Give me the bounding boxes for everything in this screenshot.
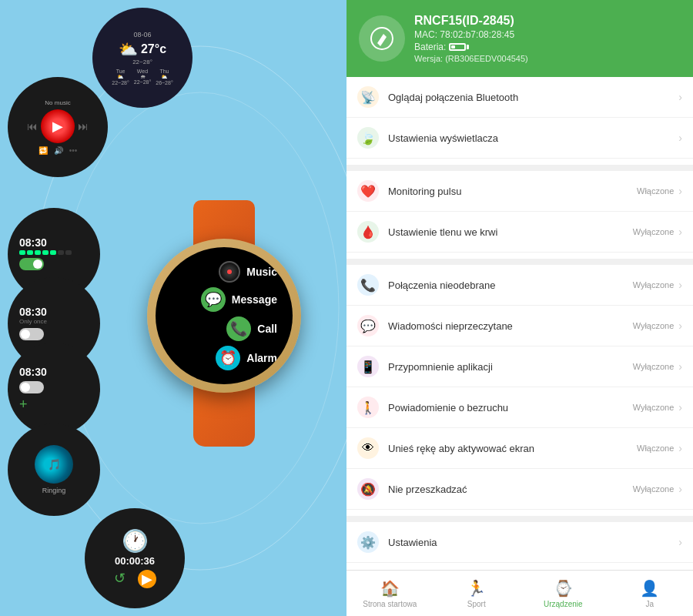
alarm-1-time: 08:30	[19, 236, 47, 249]
bluetooth-icon: 📡	[357, 86, 379, 108]
watch-face: Music 💬 Message 📞 Call ⏰ Alarm	[156, 247, 293, 384]
message-icon: 💬	[201, 287, 226, 312]
weather-temp: 27°c	[141, 42, 166, 56]
timer-circle: 🕐 00:00:36 ↺ ▶	[85, 508, 185, 608]
ringing-circle: 🎵 Ringing	[8, 424, 100, 516]
menu-item-dnd[interactable]: 🔕 Nie przeszkadzać Wyłączone ›	[346, 469, 693, 510]
calls-icon: 📞	[357, 274, 379, 296]
music-icon	[219, 261, 240, 283]
watch-container: Music 💬 Message 📞 Call ⏰ Alarm	[139, 200, 309, 416]
battery-icon	[449, 43, 469, 51]
oxygen-icon: 🩸	[357, 221, 379, 243]
right-panel: RNCF15(ID-2845) MAC: 78:02:b7:08:28:45 B…	[346, 0, 693, 616]
watch-menu-alarm: ⏰ Alarm	[216, 346, 277, 370]
alarm-3-toggle[interactable]	[19, 381, 44, 393]
nav-me-label: Ja	[645, 600, 654, 608]
wrist-status: Włączone	[637, 444, 674, 453]
menu-item-oxygen[interactable]: 🩸 Ustawienie tlenu we krwi Wyłączone ›	[346, 212, 693, 253]
settings-label: Ustawienia	[388, 537, 678, 548]
menu-item-sedentary[interactable]: 🚶 Powiadomienie o bezruchu Wyłączone ›	[346, 387, 693, 428]
display-label: Ustawienia wyświetlacza	[388, 132, 678, 144]
nav-device[interactable]: ⌚ Urządzenie	[520, 571, 607, 616]
app-label: Przypomnienie aplikacji	[388, 361, 633, 373]
dnd-label: Nie przeszkadzać	[388, 484, 633, 495]
watch-menu-call: 📞 Call	[226, 316, 277, 341]
nav-me[interactable]: 👤 Ja	[607, 571, 694, 616]
menu-item-display[interactable]: 🍃 Ustawienia wyświetlacza ›	[346, 118, 693, 159]
menu-item-pulse[interactable]: ❤️ Monitoring pulsu Włączone ›	[346, 171, 693, 212]
watch-message-label: Message	[232, 293, 277, 306]
wrist-icon: 👁	[357, 437, 379, 459]
calls-arrow: ›	[678, 279, 682, 291]
menu-item-raise-wrist[interactable]: 👁 Unieś rękę aby aktywować ekran Włączon…	[346, 428, 693, 469]
watch-call-label: Call	[257, 323, 277, 335]
bottom-nav: 🏠 Strona startowa 🏃 Sport ⌚ Urządzenie 👤…	[346, 570, 693, 616]
messages-icon: 💬	[357, 315, 379, 336]
weather-thu-range: 26~28°	[156, 80, 172, 85]
alarm-1-toggle[interactable]	[19, 258, 44, 270]
device-battery: Bateria:	[414, 42, 681, 52]
music-circle: No music ⏮ ▶ ⏭ 🔁 🔊 •••	[8, 77, 108, 177]
app-icon: 📱	[357, 356, 379, 377]
sedentary-status: Wyłączone	[633, 403, 675, 412]
sedentary-icon: 🚶	[357, 397, 379, 418]
weather-thu: Thu	[156, 69, 172, 74]
alarm-3-time: 08:30	[19, 366, 47, 378]
watch-alarm-label: Alarm	[246, 352, 277, 364]
menu-item-bluetooth[interactable]: 📡 Oglądaj połączenia Bluetooth ›	[346, 77, 693, 118]
pulse-icon: ❤️	[357, 180, 379, 202]
pulse-status: Włączone	[637, 186, 674, 196]
device-logo	[359, 15, 405, 62]
nav-home[interactable]: 🏠 Strona startowa	[346, 571, 434, 616]
timer-display: 00:00:36	[115, 555, 155, 567]
menu-item-missed-calls[interactable]: 📞 Połączenia nieodebrane Wyłączone ›	[346, 265, 693, 306]
pulse-label: Monitoring pulsu	[388, 186, 637, 197]
watch-menu-message: 💬 Message	[201, 287, 277, 312]
alarm-add-btn[interactable]: +	[19, 397, 28, 413]
menu-item-messages[interactable]: 💬 Wiadomości nieprzeczytane Wyłączone ›	[346, 306, 693, 346]
menu-section-notifications: 📡 Oglądaj połączenia Bluetooth › 🍃 Ustaw…	[346, 77, 693, 159]
watch-menu-music: Music	[219, 261, 277, 283]
alarm-2-toggle[interactable]	[19, 328, 44, 340]
dnd-icon: 🔕	[357, 478, 379, 500]
me-icon: 👤	[640, 579, 659, 598]
watch-strap-bottom	[193, 385, 255, 447]
nav-sport[interactable]: 🏃 Sport	[434, 571, 521, 616]
ringing-label: Ringing	[42, 487, 66, 494]
battery-label: Bateria:	[414, 42, 446, 52]
alarm-3: 08:30 +	[8, 343, 100, 435]
menu-item-settings[interactable]: ⚙️ Ustawienia ›	[346, 522, 693, 563]
calls-status: Wyłączone	[633, 280, 675, 290]
menu-item-update[interactable]: 🔄 Aktualizacja oprogramowania ›	[346, 563, 693, 570]
weather-wed: Wed	[134, 69, 151, 74]
oxygen-status: Wyłączone	[633, 227, 675, 236]
calls-label: Połączenia nieodebrane	[388, 280, 633, 291]
messages-status: Wyłączone	[633, 321, 675, 330]
weather-range: 22~28°	[132, 59, 152, 65]
timer-reset-btn[interactable]: ↺	[114, 570, 126, 588]
app-arrow: ›	[678, 360, 682, 373]
watch-music-label: Music	[246, 266, 277, 278]
nav-home-label: Strona startowa	[363, 600, 417, 608]
weather-date: 08-06	[133, 31, 151, 38]
sedentary-label: Powiadomienie o bezruchu	[388, 402, 633, 413]
messages-arrow: ›	[678, 320, 682, 332]
bluetooth-arrow: ›	[678, 91, 682, 103]
alarm-2-note: Only once	[19, 318, 47, 325]
messages-label: Wiadomości nieprzeczytane	[388, 320, 633, 332]
nav-device-label: Urządzenie	[544, 600, 583, 608]
settings-icon: ⚙️	[357, 531, 379, 553]
menu-section-alerts: 📞 Połączenia nieodebrane Wyłączone › 💬 W…	[346, 265, 693, 510]
call-icon: 📞	[226, 316, 251, 341]
menu-item-app-reminder[interactable]: 📱 Przypomnienie aplikacji Wyłączone ›	[346, 346, 693, 387]
app-status: Wyłączone	[633, 362, 675, 371]
device-mac: MAC: 78:02:b7:08:28:45	[414, 29, 681, 40]
ringing-visual: 🎵	[35, 445, 73, 484]
music-status: No music	[45, 99, 70, 106]
timer-play-btn[interactable]: ▶	[138, 570, 156, 588]
oxygen-arrow: ›	[678, 226, 682, 238]
alarm-2-time: 08:30	[19, 306, 47, 318]
music-play-btn[interactable]: ▶	[41, 109, 75, 143]
pulse-arrow: ›	[678, 185, 682, 197]
wrist-label: Unieś rękę aby aktywować ekran	[388, 443, 637, 454]
